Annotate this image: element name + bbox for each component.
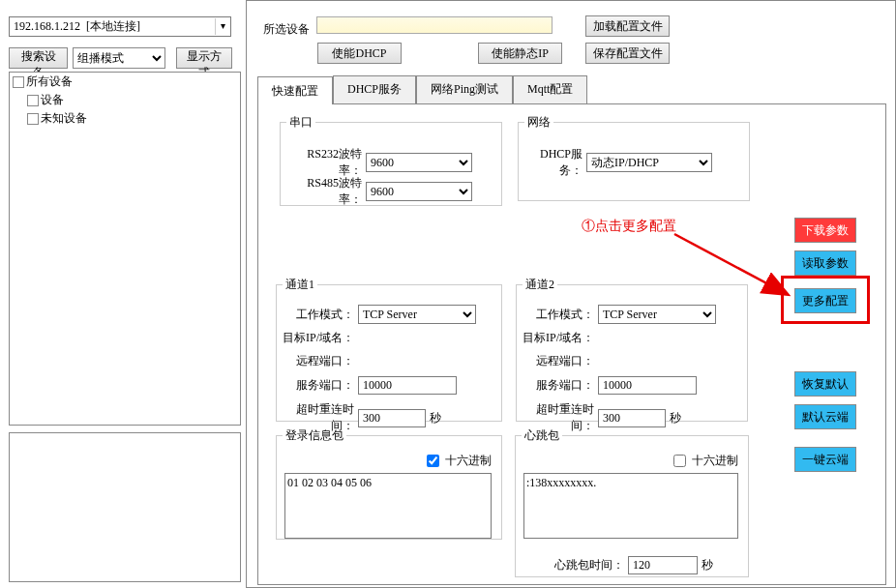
- display-mode-button[interactable]: 显示方式: [176, 47, 232, 69]
- rs232-label: RS232波特率：: [286, 146, 362, 179]
- tree-item-all-devices[interactable]: 所有设备: [10, 73, 240, 91]
- tree-label: 设备: [41, 92, 64, 108]
- ch2-service-port-input[interactable]: [598, 376, 697, 395]
- checkbox-icon[interactable]: [13, 76, 24, 88]
- checkbox-icon[interactable]: [27, 95, 39, 106]
- channel1-legend: 通道1: [283, 277, 317, 293]
- channel1-group: 通道1 工作模式： TCP Server 目标IP/域名： 远程端口： 服务端口…: [276, 277, 502, 422]
- serial-legend: 串口: [286, 114, 315, 131]
- login-hex-label: 十六进制: [445, 453, 492, 469]
- ch1-remote-port-label: 远程端口：: [279, 353, 354, 369]
- ch2-timeout-input[interactable]: [598, 409, 666, 427]
- enable-dhcp-button[interactable]: 使能DHCP: [317, 43, 402, 64]
- login-legend: 登录信息包: [283, 427, 346, 444]
- heart-interval-unit: 秒: [702, 557, 713, 573]
- hint-text: ①点击更多配置: [582, 218, 676, 235]
- ch1-mode-label: 工作模式：: [279, 307, 354, 323]
- ch2-remote-port-label: 远程端口：: [519, 353, 594, 369]
- network-legend: 网络: [524, 114, 553, 131]
- enable-static-ip-button[interactable]: 使能静态IP: [478, 43, 562, 64]
- ip-address-input[interactable]: [9, 16, 231, 37]
- ch2-ip-label: 目标IP/域名：: [519, 330, 594, 346]
- selected-device-label: 所选设备: [263, 21, 310, 38]
- log-output-box: [9, 432, 241, 582]
- one-click-cloud-button[interactable]: 一键云端: [794, 447, 856, 472]
- heart-hex-checkbox[interactable]: [673, 455, 686, 467]
- channel2-legend: 通道2: [523, 277, 557, 293]
- login-hex-checkbox[interactable]: [427, 455, 439, 467]
- save-config-button[interactable]: 保存配置文件: [585, 43, 670, 64]
- rs485-baud-select[interactable]: 9600: [366, 182, 472, 201]
- tab-content: 串口 RS232波特率： 9600 RS485波特率： 9600 网络: [257, 103, 886, 585]
- login-packet-group: 登录信息包 十六进制: [276, 427, 502, 540]
- heartbeat-group: 心跳包 十六进制 心跳包时间： 秒: [515, 427, 749, 577]
- ch2-timeout-unit: 秒: [670, 410, 681, 426]
- heart-content-textarea[interactable]: [523, 473, 738, 539]
- ch1-timeout-input[interactable]: [358, 409, 426, 427]
- heart-interval-label: 心跳包时间：: [554, 557, 624, 573]
- default-cloud-button[interactable]: 默认云端: [794, 404, 856, 429]
- rs485-label: RS485波特率：: [286, 175, 362, 208]
- rs232-baud-select[interactable]: 9600: [366, 153, 472, 172]
- ch2-mode-select[interactable]: TCP Server: [598, 305, 716, 324]
- tree-label: 未知设备: [41, 110, 87, 127]
- tree-item-unknown[interactable]: 未知设备: [10, 109, 240, 128]
- read-params-button[interactable]: 读取参数: [794, 250, 856, 276]
- network-group: 网络 DHCP服务： 动态IP/DHCP: [518, 114, 750, 201]
- more-config-button[interactable]: 更多配置: [794, 288, 856, 313]
- ch2-mode-label: 工作模式：: [519, 307, 594, 323]
- dhcp-service-select[interactable]: 动态IP/DHCP: [586, 153, 712, 172]
- tab-bar: 快速配置 DHCP服务 网络Ping测试 Mqtt配置: [257, 75, 886, 103]
- serial-group: 串口 RS232波特率： 9600 RS485波特率： 9600: [280, 114, 502, 206]
- search-device-button[interactable]: 搜索设备: [9, 47, 68, 69]
- tree-item-device[interactable]: 设备: [10, 91, 240, 109]
- ch1-service-port-input[interactable]: [358, 376, 457, 395]
- broadcast-mode-select[interactable]: 组播模式: [73, 47, 165, 69]
- dhcp-label: DHCP服务：: [524, 146, 582, 179]
- tab-ping-test[interactable]: 网络Ping测试: [416, 75, 513, 103]
- ch1-mode-select[interactable]: TCP Server: [358, 305, 476, 324]
- ch2-service-port-label: 服务端口：: [519, 377, 594, 394]
- checkbox-icon[interactable]: [27, 113, 39, 125]
- selected-device-field: [316, 16, 553, 34]
- right-panel: 所选设备 加载配置文件 使能DHCP 使能静态IP 保存配置文件 快速配置 DH…: [246, 0, 896, 588]
- ch1-ip-label: 目标IP/域名：: [279, 330, 354, 346]
- login-content-textarea[interactable]: [284, 473, 492, 539]
- ch1-service-port-label: 服务端口：: [279, 377, 354, 394]
- tab-quick-config[interactable]: 快速配置: [257, 76, 333, 104]
- tree-label: 所有设备: [26, 74, 73, 90]
- channel2-group: 通道2 工作模式： TCP Server 目标IP/域名： 远程端口： 服务端口…: [516, 277, 748, 422]
- heart-legend: 心跳包: [522, 427, 562, 444]
- tab-dhcp-service[interactable]: DHCP服务: [333, 75, 416, 103]
- restore-default-button[interactable]: 恢复默认: [794, 371, 856, 397]
- heart-hex-label: 十六进制: [692, 453, 738, 469]
- load-config-button[interactable]: 加载配置文件: [585, 15, 670, 37]
- ch1-timeout-unit: 秒: [430, 410, 441, 426]
- device-tree[interactable]: 所有设备 设备 未知设备: [9, 72, 241, 426]
- download-params-button[interactable]: 下载参数: [794, 218, 856, 243]
- left-panel: ▾ 搜索设备 组播模式 显示方式 所有设备 设备 未知设备: [0, 0, 244, 588]
- heart-interval-input[interactable]: [628, 556, 698, 574]
- tab-mqtt-config[interactable]: Mqtt配置: [513, 75, 587, 103]
- config-tabs: 快速配置 DHCP服务 网络Ping测试 Mqtt配置 串口 RS232波特率：…: [257, 75, 886, 582]
